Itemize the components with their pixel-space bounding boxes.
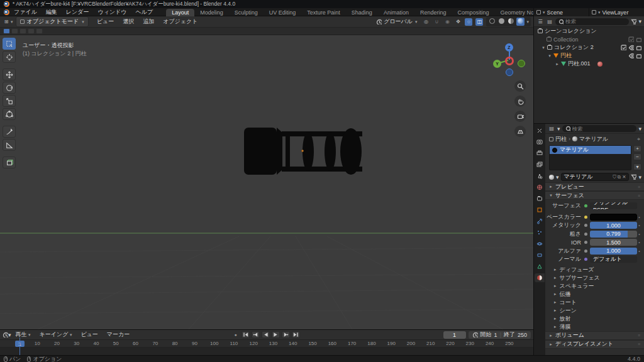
editor-type-icon[interactable]: ⊞ — [3, 18, 10, 26]
unlink-icon[interactable]: ✕ — [622, 174, 626, 180]
move-tool[interactable] — [3, 69, 16, 80]
normal-dropdown[interactable]: デフォルト — [590, 256, 637, 263]
rotate-tool[interactable] — [3, 82, 16, 94]
jump-to-start-button[interactable] — [242, 331, 250, 338]
decorator-dot[interactable]: • — [637, 223, 641, 228]
scale-tool[interactable] — [3, 95, 16, 107]
topbar-menu-0[interactable]: ファイル — [9, 9, 42, 15]
annotate-tool[interactable] — [3, 126, 16, 138]
show-gizmo-dropdown[interactable]: ✥ — [454, 18, 462, 26]
ruler-tick-250[interactable]: 250 — [505, 341, 513, 346]
ruler-tick-240[interactable]: 240 — [486, 341, 494, 346]
surface-section-4[interactable]: ▸コート — [545, 299, 644, 307]
slot-specials-button[interactable]: ▾ — [633, 163, 641, 170]
properties-editor-icon[interactable]: ▤ — [548, 125, 555, 133]
workspace-tab-compositing[interactable]: Compositing — [452, 9, 494, 16]
panel-surface[interactable]: ▾ サーフェス ≡ — [545, 191, 644, 200]
material-name-field[interactable]: マテリアル ⛉ ⧉ ✕ — [561, 173, 630, 181]
select-mode-extend-button[interactable] — [11, 28, 18, 34]
outliner-row-cylinder-data[interactable]: ▸ 円柱.001 — [534, 60, 644, 68]
mode-dropdown[interactable]: オブジェクトモード ▾ — [16, 16, 89, 27]
ruler-tick-40[interactable]: 40 — [94, 341, 99, 346]
ruler-tick-90[interactable]: 90 — [192, 341, 197, 346]
decorator-dot[interactable]: • — [637, 215, 641, 219]
add-slot-button[interactable]: + — [633, 145, 641, 152]
perspective-toggle-icon[interactable] — [514, 126, 526, 137]
proportional-editing-icon[interactable]: ◉ — [443, 18, 451, 26]
tab-physics[interactable] — [535, 239, 545, 248]
topbar-menu-1[interactable]: 編集 — [42, 9, 62, 15]
tab-scene[interactable] — [535, 172, 545, 180]
scene-selector[interactable]: ▾ Scene — [533, 8, 589, 16]
outliner-row-collection[interactable]: Collection — [534, 35, 644, 43]
gizmo-z-neg-axis[interactable] — [506, 69, 513, 76]
transform-tool[interactable] — [3, 108, 16, 120]
timeline-menu-3[interactable]: マーカー — [103, 331, 134, 339]
select-mode-invert-button[interactable] — [28, 28, 35, 34]
add-primitive-tool[interactable] — [3, 156, 16, 168]
ruler-tick-160[interactable]: 160 — [328, 341, 336, 346]
select-mode-subtract-button[interactable] — [19, 28, 26, 34]
surface-section-3[interactable]: ▸伝播 — [545, 290, 644, 299]
expander-icon[interactable]: ▸ — [555, 62, 559, 67]
panel-preview[interactable]: ▸ プレビュー ≡ — [545, 182, 644, 191]
camera-render-icon[interactable] — [636, 45, 641, 50]
next-keyframe-button[interactable] — [282, 331, 290, 338]
outliner-search-input[interactable] — [565, 18, 626, 25]
base-color-swatch[interactable] — [590, 214, 637, 221]
tab-tool[interactable] — [535, 126, 545, 135]
workspace-tab-modeling[interactable]: Modeling — [194, 9, 229, 16]
timeline-menu-0[interactable]: 再生 ▾ — [11, 331, 35, 339]
tab-render[interactable] — [535, 138, 545, 146]
viewport-3d[interactable]: ユーザー・透視投影 (1) コレクション 2 | 円柱 — [0, 35, 533, 329]
gizmo-z-axis[interactable]: Z — [505, 43, 513, 52]
navigation-gizmo[interactable]: Z Y — [492, 40, 527, 75]
ruler-tick-50[interactable]: 50 — [113, 341, 119, 346]
playhead-line[interactable] — [19, 337, 20, 356]
overlays-toggle[interactable]: ◌ — [465, 18, 472, 26]
fake-user-shield-icon[interactable]: ⛉ — [613, 174, 616, 180]
ruler-tick-200[interactable]: 200 — [407, 341, 415, 346]
surface-section-1[interactable]: ▸サブサーフェス — [545, 274, 644, 282]
xray-toggle[interactable]: ◫ — [475, 18, 483, 26]
outliner-display-mode-dropdown[interactable]: ☰ — [536, 18, 544, 25]
surface-section-6[interactable]: ▸放射 — [545, 315, 644, 323]
outliner-row-collection-2[interactable]: ▾ コレクション 2 — [534, 43, 644, 52]
decorator-dot[interactable]: • — [637, 240, 641, 244]
viewport-menu-1[interactable]: 選択 — [118, 18, 138, 26]
ruler-tick-60[interactable]: 60 — [133, 341, 138, 346]
ruler-tick-170[interactable]: 170 — [348, 341, 356, 346]
topbar-menu-3[interactable]: ウィンドウ — [93, 9, 131, 15]
ruler-tick-130[interactable]: 130 — [269, 341, 277, 346]
viewport-menu-0[interactable]: ビュー — [92, 18, 118, 26]
shading-solid-button[interactable] — [497, 18, 506, 26]
workspace-tab-rendering[interactable]: Rendering — [414, 9, 452, 16]
funnel-filter-icon[interactable] — [631, 19, 636, 25]
ruler-tick-30[interactable]: 30 — [74, 341, 79, 346]
select-mode-new-button[interactable] — [3, 28, 10, 34]
outliner-search[interactable] — [555, 18, 629, 25]
select-mode-intersect-button[interactable] — [36, 28, 43, 34]
ior-slider[interactable]: 1.500 — [590, 239, 637, 246]
expander-icon[interactable]: ▾ — [548, 53, 552, 58]
workspace-tab-shading[interactable]: Shading — [346, 9, 378, 16]
tab-material[interactable] — [535, 273, 545, 282]
ruler-tick-10[interactable]: 10 — [35, 341, 40, 346]
properties-search[interactable] — [562, 125, 637, 132]
timeline-editor-icon[interactable] — [3, 332, 8, 337]
outliner-filter-dropdown[interactable]: ▤ — [546, 18, 553, 25]
metallic-slider[interactable]: 1.000 — [590, 222, 637, 229]
ruler-tick-230[interactable]: 230 — [466, 341, 474, 346]
ruler-tick-70[interactable]: 70 — [152, 341, 158, 346]
tab-particles[interactable] — [535, 228, 545, 237]
pan-hand-icon[interactable] — [514, 96, 526, 107]
gizmo-y-neg-axis[interactable] — [518, 60, 525, 67]
shading-rendered-button[interactable] — [516, 18, 525, 26]
new-material-icon[interactable]: ⧉ — [618, 174, 621, 180]
viewlayer-selector[interactable]: ▾ ViewLayer — [589, 8, 644, 16]
workspace-tab-texture-paint[interactable]: Texture Paint — [301, 9, 346, 16]
decorator-dot[interactable]: • — [637, 232, 641, 236]
hide-eye-icon[interactable] — [628, 45, 634, 50]
breadcrumb-object[interactable]: 円柱 — [555, 135, 567, 143]
workspace-tab-animation[interactable]: Animation — [378, 9, 414, 16]
